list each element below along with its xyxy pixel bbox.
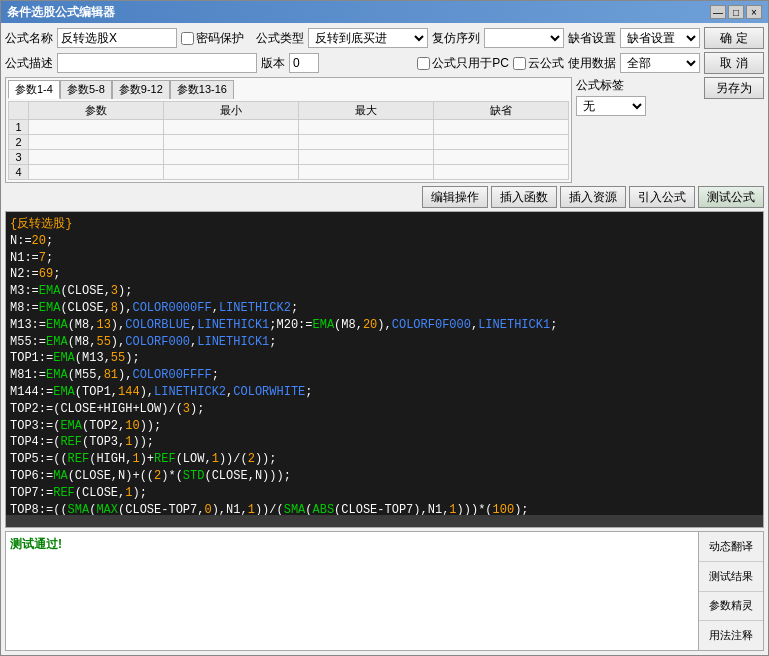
main-window: 条件选股公式编辑器 — □ × 公式名称 密码保护 公式类型 反转到底买进 复仿… [0, 0, 769, 656]
formula-desc-input[interactable] [57, 53, 257, 73]
import-formula-button[interactable]: 引入公式 [629, 186, 695, 208]
code-editor[interactable]: {反转选股} N:=20; N1:=7; N2:=69; M3:=EMA(CLO… [6, 212, 763, 515]
horizontal-scrollbar[interactable] [6, 515, 763, 527]
usage-notes-button[interactable]: 用法注释 [699, 621, 763, 650]
param2-name[interactable] [32, 136, 160, 148]
param3-max[interactable] [302, 151, 430, 163]
pc-only-wrap: 公式只用于PC [417, 55, 509, 72]
param3-default[interactable] [437, 151, 565, 163]
table-row: 3 [9, 150, 569, 165]
table-row: 2 [9, 135, 569, 150]
default-setting-label: 缺省设置 [568, 30, 616, 47]
params-essence-button[interactable]: 参数精灵 [699, 592, 763, 622]
col-num [9, 102, 29, 120]
formula-tag-select[interactable]: 无 [576, 96, 646, 116]
formula-type-select[interactable]: 反转到底买进 [308, 28, 428, 48]
window-controls: — □ × [710, 5, 762, 19]
param1-default[interactable] [437, 121, 565, 133]
save-as-button[interactable]: 另存为 [704, 77, 764, 99]
param4-name[interactable] [32, 166, 160, 178]
code-area-container: {反转选股} N:=20; N1:=7; N2:=69; M3:=EMA(CLO… [5, 211, 764, 528]
param3-name[interactable] [32, 151, 160, 163]
middle-section: 参数1-4 参数5-8 参数9-12 参数13-16 参数 最小 最大 缺省 [5, 77, 764, 183]
pc-only-checkbox[interactable] [417, 57, 430, 70]
right-buttons: 另存为 [704, 77, 764, 183]
param1-name[interactable] [32, 121, 160, 133]
confirm-button[interactable]: 确 定 [704, 27, 764, 49]
maximize-button[interactable]: □ [728, 5, 744, 19]
params-tabs: 参数1-4 参数5-8 参数9-12 参数13-16 [8, 80, 569, 99]
test-formula-button[interactable]: 测试公式 [698, 186, 764, 208]
cloud-formula-label: 云公式 [528, 55, 564, 72]
use-data-label: 使用数据 [568, 55, 616, 72]
dup-sequence-label: 复仿序列 [432, 30, 480, 47]
table-row: 1 [9, 120, 569, 135]
formula-name-label: 公式名称 [5, 30, 53, 47]
formula-name-row: 公式名称 密码保护 公式类型 反转到底买进 复仿序列 缺省设置 缺省设置 确 定 [5, 27, 764, 49]
param1-max[interactable] [302, 121, 430, 133]
params-table: 参数 最小 最大 缺省 1 [8, 101, 569, 180]
insert-resource-button[interactable]: 插入资源 [560, 186, 626, 208]
col-default: 缺省 [434, 102, 569, 120]
version-input[interactable] [289, 53, 319, 73]
formula-name-input[interactable] [57, 28, 177, 48]
bottom-section: 测试通过! 动态翻译 测试结果 参数精灵 用法注释 [5, 531, 764, 651]
pc-only-label: 公式只用于PC [432, 55, 509, 72]
main-content: 公式名称 密码保护 公式类型 反转到底买进 复仿序列 缺省设置 缺省设置 确 定… [1, 23, 768, 655]
cloud-wrap: 云公式 [513, 55, 564, 72]
cancel-button[interactable]: 取 消 [704, 52, 764, 74]
test-results-button[interactable]: 测试结果 [699, 562, 763, 592]
dup-sequence-select[interactable] [484, 28, 564, 48]
test-result-message: 测试通过! [10, 537, 62, 551]
test-output: 测试通过! [5, 531, 699, 651]
version-label: 版本 [261, 55, 285, 72]
password-wrap: 密码保护 [181, 30, 244, 47]
param4-default[interactable] [437, 166, 565, 178]
cloud-formula-checkbox[interactable] [513, 57, 526, 70]
formula-tag-section: 公式标签 无 [576, 77, 696, 183]
formula-desc-row: 公式描述 版本 公式只用于PC 云公式 使用数据 全部 取 消 [5, 52, 764, 74]
param1-min[interactable] [167, 121, 295, 133]
param4-min[interactable] [167, 166, 295, 178]
col-param: 参数 [29, 102, 164, 120]
window-title: 条件选股公式编辑器 [7, 4, 115, 21]
insert-func-button[interactable]: 插入函数 [491, 186, 557, 208]
table-row: 4 [9, 165, 569, 180]
use-data-select[interactable]: 全部 [620, 53, 700, 73]
minimize-button[interactable]: — [710, 5, 726, 19]
tab-params-5-8[interactable]: 参数5-8 [60, 80, 112, 99]
col-max: 最大 [299, 102, 434, 120]
tab-params-1-4[interactable]: 参数1-4 [8, 80, 60, 99]
title-bar: 条件选股公式编辑器 — □ × [1, 1, 768, 23]
dynamic-translate-button[interactable]: 动态翻译 [699, 532, 763, 562]
side-buttons: 动态翻译 测试结果 参数精灵 用法注释 [699, 531, 764, 651]
formula-desc-label: 公式描述 [5, 55, 53, 72]
default-setting-select[interactable]: 缺省设置 [620, 28, 700, 48]
param4-max[interactable] [302, 166, 430, 178]
action-buttons-row: 编辑操作 插入函数 插入资源 引入公式 测试公式 [5, 186, 764, 208]
tab-params-13-16[interactable]: 参数13-16 [170, 80, 234, 99]
close-button[interactable]: × [746, 5, 762, 19]
formula-tag-label: 公式标签 [576, 77, 696, 94]
params-section: 参数1-4 参数5-8 参数9-12 参数13-16 参数 最小 最大 缺省 [5, 77, 572, 183]
formula-type-label: 公式类型 [256, 30, 304, 47]
password-checkbox[interactable] [181, 32, 194, 45]
param2-min[interactable] [167, 136, 295, 148]
param2-max[interactable] [302, 136, 430, 148]
param2-default[interactable] [437, 136, 565, 148]
tab-params-9-12[interactable]: 参数9-12 [112, 80, 170, 99]
col-min: 最小 [164, 102, 299, 120]
edit-ops-button[interactable]: 编辑操作 [422, 186, 488, 208]
password-label: 密码保护 [196, 30, 244, 47]
param3-min[interactable] [167, 151, 295, 163]
formula-tag-row: 无 [576, 96, 696, 116]
